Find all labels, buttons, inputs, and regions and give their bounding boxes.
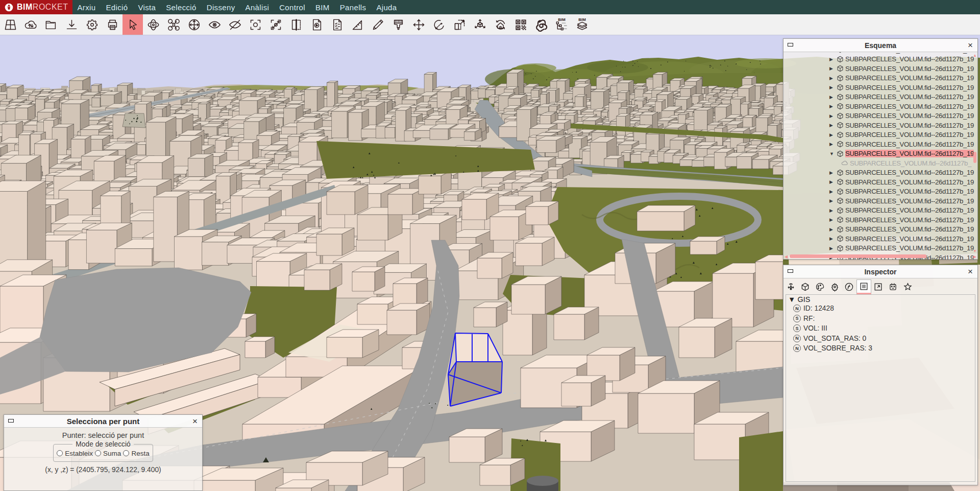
- svg-text:BIM: BIM: [578, 18, 586, 22]
- svg-text:BIM: BIM: [558, 18, 566, 22]
